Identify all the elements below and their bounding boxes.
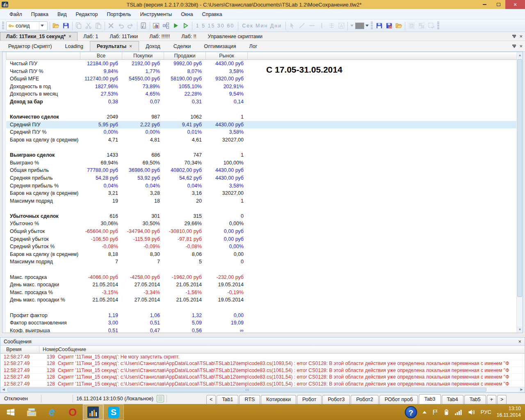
toolbar-grip-3[interactable] <box>437 22 439 30</box>
table-row[interactable]: Фактор восстановления3,000,515,0919,09 <box>6 319 516 327</box>
menu-item[interactable]: Правка <box>27 10 53 19</box>
table-row[interactable]: День макс. просадки %21.05.201427.05.201… <box>6 296 516 304</box>
view-list-dropdown-icon[interactable] <box>512 45 516 48</box>
workspace-tab[interactable]: > <box>497 395 507 404</box>
results-vertical-scrollbar[interactable]: ▲ ▼ <box>516 52 523 333</box>
close-view-icon[interactable]: × <box>519 43 523 49</box>
account-combobox[interactable]: солид <box>6 21 48 30</box>
timeframe-buttons[interactable]: 1 5 15 30 60 <box>194 23 237 29</box>
table-row[interactable]: Доход за бар0,380,070,310,14 <box>6 98 516 106</box>
message-row[interactable]: 12:58:27.49128Скрипт '11Тики_15 секунд':… <box>0 367 525 374</box>
text-tool-button[interactable]: A <box>336 21 346 31</box>
style-dropdown[interactable] <box>349 21 355 31</box>
table-row[interactable]: Баров на сделку (в среднем)4,714,814,613… <box>6 136 516 144</box>
language-indicator[interactable]: РУС <box>481 409 491 415</box>
redo-button[interactable] <box>126 21 136 31</box>
internet-explorer-button[interactable]: e <box>42 404 62 420</box>
column-header-number[interactable]: Номер <box>39 346 55 353</box>
vline-tool-button[interactable] <box>317 21 326 31</box>
cut-button[interactable] <box>84 21 94 31</box>
script-properties-button[interactable] <box>139 21 148 31</box>
table-row[interactable]: Убыточных сделок6163013150 <box>6 212 516 220</box>
save-button[interactable] <box>61 21 71 31</box>
table-row[interactable]: Общая прибыль77788,00 руб36986,00 руб408… <box>6 167 516 174</box>
message-row[interactable]: 12:58:27.49128Скрипт '11Тики_15 секунд':… <box>0 360 525 367</box>
account-dropdown-icon[interactable] <box>39 22 46 30</box>
table-row[interactable]: Общий убыток-65604,00 руб-34794,00 руб-3… <box>6 228 516 235</box>
menu-item[interactable]: Портфель <box>102 10 135 19</box>
table-row[interactable]: Макс. просадка %-3,15%-3,34%-1,56%-0,19% <box>6 289 516 297</box>
volume-icon[interactable] <box>468 409 475 415</box>
workspace-tab[interactable]: Tab4 <box>442 395 463 404</box>
run-button[interactable] <box>171 21 181 31</box>
workspace-tab[interactable]: Котировки <box>261 395 296 404</box>
tab[interactable]: Лаб: 11Тики_15 секунд*× <box>0 32 78 41</box>
table-row[interactable]: Средняя прибыль54,28 руб53,92 руб54,62 р… <box>6 174 516 182</box>
ungroup-button[interactable] <box>416 21 426 31</box>
messages-close-icon[interactable]: × <box>518 338 521 345</box>
scroll-thumb[interactable] <box>517 59 522 297</box>
table-row[interactable]: Коэф. выигрыша0,510,470,56∞ <box>6 327 516 333</box>
table-row[interactable]: Доходность в месяц27,53%4,65%22,28%9,54% <box>6 90 516 98</box>
undo-button[interactable] <box>116 21 126 31</box>
column-header[interactable]: Покупки <box>122 52 164 59</box>
tray-clock[interactable]: 13:10 16.11.2014 <box>497 406 521 418</box>
tab[interactable]: Лог <box>243 41 264 51</box>
table-row[interactable]: Общий MFE112740,00 руб54550,00 руб58190,… <box>6 75 516 83</box>
tab[interactable]: Лаб: !!!!!! <box>144 32 176 41</box>
opera-button[interactable]: O <box>62 404 83 420</box>
trendline-tool-button[interactable] <box>297 21 307 31</box>
menu-item[interactable]: Окна <box>176 10 197 19</box>
tab[interactable]: Доход <box>139 41 167 51</box>
message-row[interactable]: 12:58:27.49128Скрипт '11Тики_15 секунд':… <box>0 381 525 387</box>
levels-tool-button[interactable] <box>326 21 336 31</box>
chart-button[interactable] <box>151 21 161 31</box>
table-row[interactable]: Баров на сделку (в среднем)3,213,283,163… <box>6 189 516 197</box>
messages-horizontal-scrollbar[interactable]: ◀ ▶ <box>0 387 525 392</box>
workspace-tab[interactable]: Робот <box>297 395 322 404</box>
color-picker[interactable] <box>355 21 365 31</box>
paste-button[interactable] <box>94 21 103 31</box>
workspace-tab[interactable]: Tab3 <box>419 394 441 404</box>
network-signal-icon[interactable] <box>454 409 463 415</box>
message-row[interactable]: 12:58:27.49128Скрипт '11Тики_15 секунд':… <box>0 374 525 380</box>
menu-item[interactable]: Справка <box>197 10 226 19</box>
run-step-button[interactable] <box>181 21 191 31</box>
table-row[interactable]: Средний убыток-106,50 руб-115,59 руб-97,… <box>6 235 516 243</box>
toolbar-grip-2[interactable] <box>371 22 373 30</box>
table-row[interactable]: Доходность в год1827,96%73,89%1055,10%20… <box>6 83 516 91</box>
table-row[interactable]: Средний П/У5,95 руб2,22 руб9,41 руб4430,… <box>6 121 516 129</box>
color-picker-dropdown-icon[interactable] <box>365 21 370 31</box>
scroll-up-icon[interactable]: ▲ <box>517 52 523 58</box>
tab[interactable]: Сделки <box>167 41 198 51</box>
scroll-down-icon[interactable]: ▼ <box>517 326 523 333</box>
tab[interactable]: Управление скриптами <box>202 32 269 41</box>
workspace-tab[interactable]: RTS <box>239 395 260 404</box>
save-script-button[interactable]: HS <box>384 21 394 31</box>
table-row[interactable]: Выиграно %69,94%69,50%70,34%100,00% <box>6 159 516 167</box>
log-book-icon[interactable] <box>157 395 164 402</box>
scroll-right-icon[interactable]: ▶ <box>518 387 525 392</box>
close-button[interactable]: × <box>505 0 525 9</box>
validate-button[interactable] <box>426 21 436 31</box>
table-row[interactable]: Максимум подряд7750 <box>6 258 516 266</box>
menu-item[interactable]: Файл <box>5 10 27 19</box>
hline-tool-button[interactable] <box>307 21 317 31</box>
message-row[interactable]: 12:58:27.49139Скрипт '11Тики_15 секунд':… <box>0 354 525 360</box>
menu-item[interactable]: Вид <box>53 10 71 19</box>
show-hidden-icons[interactable] <box>422 411 427 413</box>
delete-button[interactable] <box>106 21 116 31</box>
save-all-button[interactable] <box>374 21 384 31</box>
tab[interactable]: Редактор (Скрипт) <box>2 41 59 51</box>
timeframe-unit-buttons[interactable]: Сек Мин Дни <box>240 23 284 29</box>
close-tab-icon[interactable]: × <box>68 34 71 39</box>
group-button[interactable] <box>406 21 416 31</box>
tab[interactable]: Loading <box>59 41 90 51</box>
table-row[interactable]: Убыточно %30,06%30,50%29,66%0,00% <box>6 220 516 228</box>
column-header[interactable]: Рынок <box>206 52 248 59</box>
workspace-tab[interactable]: + <box>487 395 496 404</box>
table-row[interactable]: Максимум подряд1918201 <box>6 197 516 205</box>
column-header[interactable]: Продажи <box>164 52 206 59</box>
workspace-tab[interactable]: Tab1 <box>217 395 238 404</box>
workspace-tab[interactable]: < <box>206 395 216 404</box>
